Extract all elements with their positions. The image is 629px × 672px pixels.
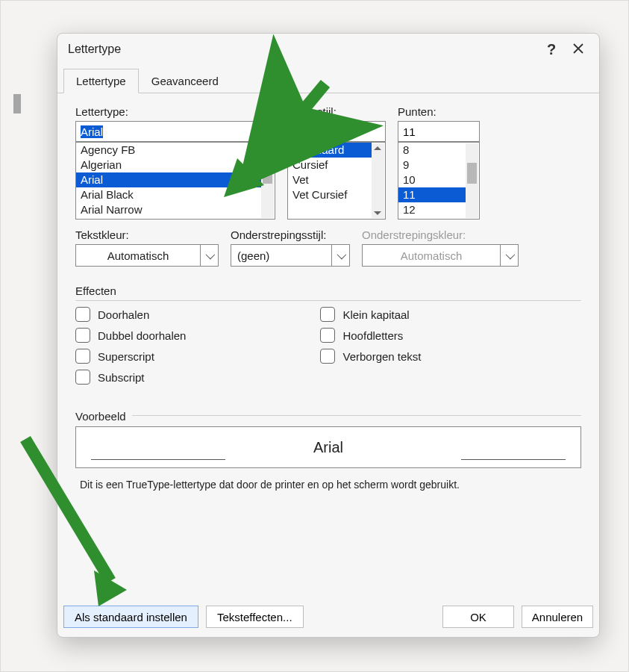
chevron-down-icon [506,252,513,259]
help-button[interactable]: ? [538,36,565,63]
textcolor-dropdown[interactable]: Automatisch [75,244,219,267]
close-button[interactable] [565,36,592,63]
checkbox-subscript[interactable]: Subscript [75,370,186,385]
font-dialog: Lettertype ? Lettertype Geavanceerd Lett… [57,33,600,638]
preview-underline-right [461,459,566,460]
close-icon [573,42,583,57]
label-font: Lettertype: [75,105,275,118]
checkbox-doorhalen[interactable]: Doorhalen [75,307,186,322]
list-item[interactable]: 9 [398,158,466,172]
scrollbar[interactable] [261,143,274,218]
list-item[interactable]: Algerian [76,158,261,172]
preview-group-title: Voorbeeld [75,410,132,423]
list-item[interactable]: Arial Narrow [76,202,261,217]
gutter-marker [13,94,21,113]
dialog-title: Lettertype [68,43,538,56]
btn-label: Als standaard instellen [75,611,187,623]
title-bar: Lettertype ? [57,34,599,65]
checkbox-label: Subscript [98,371,145,384]
effects-col-right: Klein kapitaalHoofdlettersVerborgen teks… [320,307,421,385]
scroll-down-icon [374,211,381,215]
list-item[interactable]: Vet [288,172,372,187]
style-input[interactable] [287,121,386,142]
effects-col-left: DoorhalenDubbel doorhalenSuperscriptSubs… [75,307,186,385]
tab-label: Geavanceerd [151,75,219,87]
chevron-down-icon [337,252,344,259]
scroll-up-icon [374,146,381,150]
list-item[interactable]: 8 [398,143,466,158]
btn-label: Teksteffecten... [217,611,292,623]
col-size: Punten: 89101112 [398,105,480,220]
col-understyle: Onderstrepingsstijl: (geen) [231,228,350,267]
col-font: Lettertype: Arial Agency FBAlgerianArial… [75,105,275,220]
list-item[interactable]: Arial [76,172,261,187]
checkbox-hoofdletters[interactable]: Hoofdletters [320,328,421,343]
label-textcolor: Tekstkleur: [75,228,219,241]
checkbox-label: Verborgen tekst [342,350,421,363]
tab-lettertype[interactable]: Lettertype [63,69,139,93]
preview-group: Voorbeeld Arial Dit is een TrueType-lett… [75,402,581,491]
preview-box: Arial [75,426,581,468]
style-listbox[interactable]: StandaardCursiefVetVet Cursief [287,142,386,220]
list-item[interactable]: Standaard [288,143,372,158]
checkbox-verborgen-tekst[interactable]: Verborgen tekst [320,349,421,364]
size-input[interactable] [398,121,480,142]
label-understyle: Onderstrepingsstijl: [231,228,350,241]
text-effects-button[interactable]: Teksteffecten... [206,606,304,628]
list-item[interactable]: Vet Cursief [288,187,372,202]
checkbox-box [320,307,335,322]
understyle-value: (geen) [231,244,332,267]
checkbox-box [320,328,335,343]
list-item[interactable]: Arial Black [76,187,261,202]
checkbox-box [75,307,90,322]
list-item[interactable]: 10 [398,172,466,187]
list-item[interactable]: Agency FB [76,143,261,158]
preview-underline-left [91,459,225,460]
col-undercolor: Onderstrepingskleur: Automatisch [362,228,519,267]
row-font-style-size: Lettertype: Arial Agency FBAlgerianArial… [75,105,581,220]
cancel-button[interactable]: Annuleren [522,606,593,628]
effects-grid: DoorhalenDubbel doorhalenSuperscriptSubs… [75,307,581,385]
dropdown-button[interactable] [201,244,219,267]
scrollbar[interactable] [466,143,478,218]
list-item[interactable]: 12 [398,202,466,217]
font-input[interactable]: Arial [75,121,275,142]
preview-wrap: Arial [75,415,581,468]
checkbox-box [75,370,90,385]
scrollbar[interactable] [372,143,384,218]
tab-strip: Lettertype Geavanceerd [57,68,599,93]
checkbox-label: Doorhalen [98,308,149,321]
col-style: Tekenstijl: StandaardCursiefVetVet Cursi… [287,105,386,220]
checkbox-superscript[interactable]: Superscript [75,349,186,364]
checkbox-box [75,328,90,343]
chevron-down-icon [206,252,213,259]
preview-note: Dit is een TrueType-lettertype dat door … [80,479,581,491]
size-listbox[interactable]: 89101112 [398,142,480,220]
label-undercolor: Onderstrepingskleur: [362,228,519,241]
ok-button[interactable]: OK [442,606,514,628]
checkbox-label: Hoofdletters [342,329,403,342]
checkbox-label: Dubbel doorhalen [98,329,186,342]
scroll-thumb[interactable] [263,160,272,184]
label-style: Tekenstijl: [287,105,386,118]
checkbox-dubbel-doorhalen[interactable]: Dubbel doorhalen [75,328,186,343]
list-item[interactable]: 11 [398,187,466,202]
checkbox-box [320,349,335,364]
dialog-footer: Als standaard instellen Teksteffecten...… [63,606,593,628]
understyle-dropdown[interactable]: (geen) [231,244,350,267]
checkbox-box [75,349,90,364]
checkbox-klein-kapitaal[interactable]: Klein kapitaal [320,307,421,322]
undercolor-dropdown: Automatisch [362,244,519,267]
scroll-thumb[interactable] [467,163,477,184]
font-listbox[interactable]: Agency FBAlgerianArialArial BlackArial N… [75,142,275,220]
list-item[interactable]: Cursief [288,158,372,172]
dropdown-button[interactable] [332,244,350,267]
tab-panel: Lettertype: Arial Agency FBAlgerianArial… [57,93,599,501]
effects-group-title: Effecten [75,284,581,301]
row-color-underline: Tekstkleur: Automatisch Onderstrepingsst… [75,228,581,267]
undercolor-value: Automatisch [362,244,501,267]
tab-geavanceerd[interactable]: Geavanceerd [139,69,231,93]
set-as-default-button[interactable]: Als standaard instellen [63,606,198,628]
col-textcolor: Tekstkleur: Automatisch [75,228,219,267]
preview-text: Arial [313,439,343,456]
